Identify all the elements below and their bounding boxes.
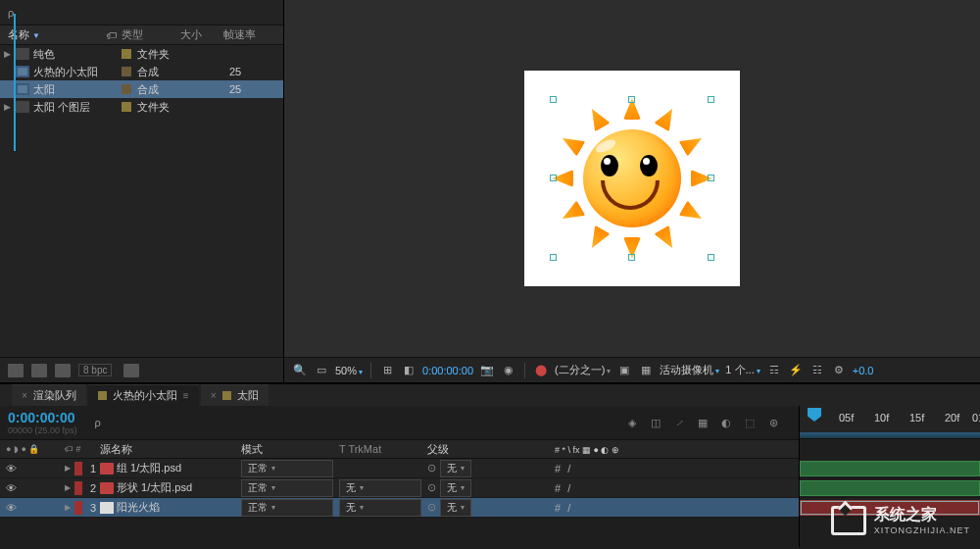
show-snapshot-icon[interactable]: ◉ (501, 364, 516, 377)
graph-editor-icon[interactable]: ⬚ (742, 415, 758, 430)
label-swatch[interactable] (74, 462, 82, 475)
timeline-search-input[interactable] (105, 417, 275, 428)
visibility-icon[interactable]: 👁 (6, 463, 18, 474)
expand-icon[interactable]: ▶ (65, 464, 71, 473)
pickwhip-icon[interactable]: ⊙ (427, 481, 436, 494)
new-folder-icon[interactable] (31, 364, 47, 377)
layer-row[interactable]: 👁 ▶3 阳光火焰 正常▾ 无▾ ⊙无▾ # / (0, 498, 799, 518)
selection-handle[interactable] (628, 96, 635, 103)
project-item[interactable]: ▶纯色文件夹 (0, 45, 283, 63)
blend-mode-dropdown[interactable]: 正常▾ (241, 460, 333, 477)
brainstorm-icon[interactable]: ⊛ (765, 415, 781, 430)
composition-icon (16, 83, 29, 95)
new-comp-icon[interactable] (55, 364, 71, 377)
grid-icon[interactable]: ⊞ (379, 364, 395, 377)
search-input[interactable] (18, 7, 275, 19)
mag-icon[interactable]: 🔍 (292, 364, 308, 377)
project-search[interactable]: ρ (0, 0, 283, 25)
timeline-tab[interactable]: 火热的小太阳≡ (88, 384, 199, 406)
track-bar[interactable] (800, 478, 980, 498)
expand-icon[interactable]: ▶ (65, 503, 71, 512)
parent-dropdown[interactable]: 无▾ (440, 479, 471, 497)
current-frame: 00000 (25.00 fps) (8, 425, 77, 435)
current-time[interactable]: 0:00:00:00 (8, 410, 77, 425)
label-swatch[interactable] (74, 481, 82, 495)
timeline-tab[interactable]: ×渲染队列 (12, 384, 86, 406)
col-label[interactable]: 🏷 (106, 29, 122, 41)
frame-blend-icon[interactable]: ▦ (695, 415, 710, 430)
label-swatch[interactable] (122, 102, 131, 112)
interpret-footage-icon[interactable] (8, 364, 24, 377)
col-size[interactable]: 大小 (180, 27, 223, 42)
selection-handle[interactable] (550, 254, 557, 261)
timeline-icon[interactable]: ☷ (809, 364, 825, 377)
col-source-name[interactable]: 源名称 (96, 442, 235, 457)
flowchart-icon[interactable]: ⚙ (831, 364, 847, 377)
tab-close-icon[interactable]: × (211, 390, 217, 401)
pixel-aspect-icon[interactable]: ☶ (766, 364, 782, 377)
col-type[interactable]: 类型 (122, 27, 180, 42)
blend-mode-dropdown[interactable]: 正常▾ (241, 499, 333, 517)
label-swatch[interactable] (74, 501, 82, 515)
zoom-dropdown[interactable]: 50%▾ (335, 365, 363, 376)
selection-handle[interactable] (708, 254, 714, 261)
visibility-icon[interactable]: 👁 (6, 482, 18, 494)
trkmat-dropdown[interactable]: 无▾ (339, 479, 421, 497)
canvas[interactable] (284, 0, 980, 357)
transparency-icon[interactable]: ▦ (638, 364, 654, 377)
col-mode[interactable]: 模式 (235, 442, 333, 457)
tab-menu-icon[interactable]: ≡ (183, 390, 189, 401)
pickwhip-icon[interactable]: ⊙ (427, 462, 436, 474)
bpc-toggle[interactable]: 8 bpc (78, 364, 112, 376)
label-swatch[interactable] (122, 84, 131, 94)
sun-graphic[interactable] (554, 100, 710, 257)
layer-row[interactable]: 👁 ▶1 组 1/太阳.psd 正常▾ ⊙无▾ # / (0, 459, 799, 478)
tab-close-icon[interactable]: × (22, 390, 27, 401)
exposure[interactable]: +0.0 (853, 365, 874, 376)
timeline-tab[interactable]: ×太阳 (201, 384, 269, 406)
layer-row[interactable]: 👁 ▶2 形状 1/太阳.psd 正常▾ 无▾ ⊙无▾ # / (0, 478, 799, 498)
col-trkmat[interactable]: T TrkMat (333, 443, 421, 455)
fast-preview-icon[interactable]: ⚡ (788, 364, 804, 377)
screen-icon[interactable]: ▭ (314, 364, 329, 377)
blend-mode-dropdown[interactable]: 正常▾ (241, 479, 333, 497)
label-swatch[interactable] (122, 67, 131, 76)
views-dropdown[interactable]: 1 个...▾ (725, 363, 760, 377)
visibility-icon[interactable]: 👁 (6, 502, 18, 514)
snapshot-icon[interactable]: 📷 (479, 364, 495, 377)
preview-time[interactable]: 0:00:00:00 (422, 365, 473, 376)
parent-dropdown[interactable]: 无▾ (440, 499, 471, 517)
selection-handle[interactable] (550, 175, 557, 181)
draft3d-icon[interactable]: ◫ (648, 415, 663, 430)
track-bar[interactable] (800, 459, 980, 478)
timeline-search[interactable]: ρ (87, 413, 283, 432)
comp-mini-flowchart-icon[interactable]: ◈ (624, 415, 640, 430)
project-item[interactable]: 火热的小太阳合成25 (0, 63, 283, 80)
col-name[interactable]: 名称 ▼ (8, 27, 106, 42)
time-ruler[interactable]: 05f10f15f20f01:00f05f (800, 406, 980, 439)
label-swatch[interactable] (122, 49, 131, 59)
trash-icon[interactable] (123, 364, 139, 377)
col-fps[interactable]: 帧速率 (223, 27, 267, 42)
playhead-line[interactable] (14, 14, 16, 151)
roi-icon[interactable]: ▣ (616, 364, 632, 377)
col-parent[interactable]: 父级 (421, 442, 549, 457)
resolution-dropdown[interactable]: (二分之一)▾ (555, 363, 611, 377)
parent-dropdown[interactable]: 无▾ (440, 460, 471, 477)
project-item[interactable]: 太阳合成25 (0, 80, 283, 98)
shy-icon[interactable]: ⟋ (671, 415, 687, 430)
project-item[interactable]: ▶太阳 个图层文件夹 (0, 98, 283, 116)
work-area[interactable] (800, 432, 980, 438)
selection-handle[interactable] (708, 96, 714, 103)
selection-handle[interactable] (708, 175, 714, 181)
motion-blur-icon[interactable]: ◐ (718, 415, 734, 430)
expand-icon[interactable]: ▶ (65, 483, 71, 492)
trkmat-dropdown[interactable]: 无▾ (339, 499, 421, 517)
guides-icon[interactable]: ◧ (401, 364, 416, 377)
pickwhip-icon[interactable]: ⊙ (427, 501, 436, 514)
selection-handle[interactable] (628, 254, 635, 261)
camera-dropdown[interactable]: 活动摄像机▾ (660, 363, 719, 377)
channels-icon[interactable]: ⬤ (533, 364, 549, 377)
ruler-tick: 05f (839, 412, 854, 424)
selection-handle[interactable] (550, 96, 557, 103)
